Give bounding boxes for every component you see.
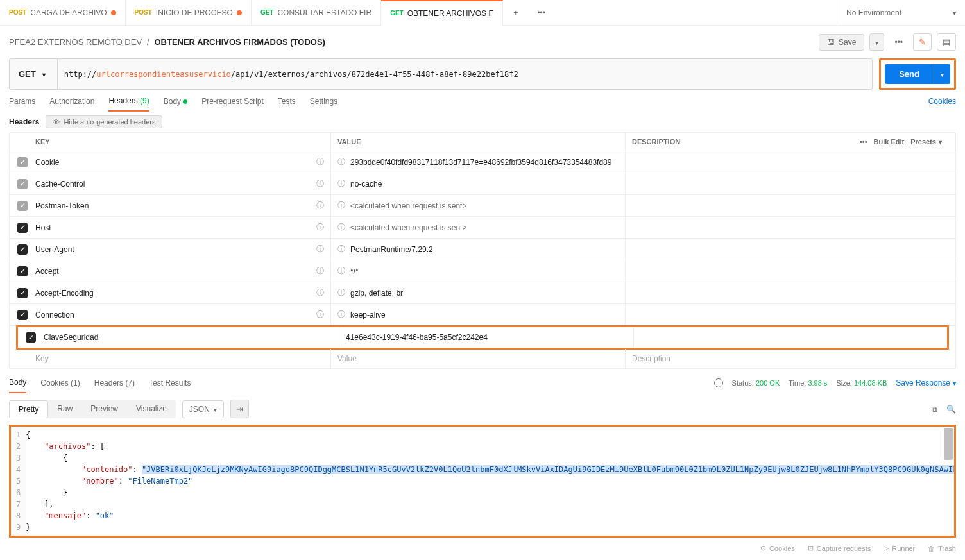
header-key-input[interactable]: Connectionⓘ: [35, 304, 330, 325]
footer-capture[interactable]: ⊡Capture requests: [808, 544, 871, 552]
header-desc-input[interactable]: [626, 201, 955, 211]
bulk-edit-link[interactable]: Bulk Edit: [874, 138, 905, 146]
header-value-input[interactable]: ⓘ<calculated when request is sent>: [330, 195, 626, 216]
view-preview[interactable]: Preview: [81, 400, 127, 418]
header-key-input[interactable]: Postman-Tokenⓘ: [35, 195, 330, 216]
header-key-input[interactable]: Hostⓘ: [35, 217, 330, 238]
info-icon[interactable]: ⓘ: [337, 200, 345, 211]
header-value-input[interactable]: ⓘgzip, deflate, br: [330, 282, 626, 303]
hide-autogen-button[interactable]: 👁 Hide auto-generated headers: [46, 115, 162, 128]
subtab-prerequest[interactable]: Pre-request Script: [201, 97, 264, 111]
url-input[interactable]: http://urlcorrespondienteasuservicio/api…: [58, 59, 872, 89]
format-select[interactable]: JSON: [182, 400, 224, 418]
view-visualize[interactable]: Visualize: [127, 400, 176, 418]
subtab-authorization[interactable]: Authorization: [49, 97, 94, 111]
edit-icon-button[interactable]: ✎: [913, 33, 932, 51]
info-icon[interactable]: ⓘ: [316, 178, 324, 189]
more-actions-button[interactable]: •••: [889, 35, 908, 50]
scrollbar[interactable]: [944, 428, 953, 460]
save-response-link[interactable]: Save Response: [896, 378, 956, 387]
info-icon[interactable]: ⓘ: [337, 309, 345, 320]
footer-runner[interactable]: ▷Runner: [884, 544, 915, 552]
tab-consultar[interactable]: GET CONSULTAR ESTADO FIR: [252, 0, 381, 26]
info-icon[interactable]: ⓘ: [337, 244, 345, 255]
resp-tab-cookies[interactable]: Cookies (1): [40, 378, 80, 393]
header-value-input[interactable]: ⓘkeep-alive: [330, 304, 626, 325]
info-icon[interactable]: ⓘ: [337, 178, 345, 189]
save-dropdown-button[interactable]: [869, 33, 884, 51]
row-checkbox[interactable]: [17, 244, 28, 255]
header-key-input[interactable]: ClaveSeguridad: [44, 328, 339, 347]
send-dropdown-button[interactable]: [934, 64, 950, 84]
row-checkbox[interactable]: [17, 157, 28, 167]
environment-select[interactable]: No Environment: [837, 0, 965, 26]
header-value-input[interactable]: ⓘPostmanRuntime/7.29.2: [330, 239, 626, 260]
cookies-link[interactable]: Cookies: [928, 97, 956, 111]
row-checkbox[interactable]: [17, 201, 28, 211]
tab-obtener[interactable]: GET OBTENER ARCHIVOS F: [381, 0, 503, 26]
row-checkbox[interactable]: [17, 223, 28, 233]
header-desc-input[interactable]: [626, 223, 955, 233]
header-key-input[interactable]: Cache-Controlⓘ: [35, 173, 330, 194]
header-value-input[interactable]: ⓘ<calculated when request is sent>: [330, 217, 626, 238]
resp-tab-body[interactable]: Body: [9, 378, 26, 393]
row-checkbox[interactable]: [17, 310, 28, 320]
resp-tab-tests[interactable]: Test Results: [149, 378, 191, 393]
info-icon[interactable]: ⓘ: [337, 157, 345, 167]
more-columns-button[interactable]: •••: [860, 138, 867, 146]
search-icon[interactable]: 🔍: [946, 405, 956, 414]
new-desc-input[interactable]: Description: [626, 349, 955, 368]
info-icon[interactable]: ⓘ: [337, 222, 345, 233]
new-tab-button[interactable]: +: [503, 8, 529, 17]
header-desc-input[interactable]: [626, 179, 955, 189]
header-key-input[interactable]: Acceptⓘ: [35, 260, 330, 282]
network-icon[interactable]: [714, 378, 723, 387]
more-tabs-button[interactable]: •••: [529, 8, 554, 17]
subtab-headers[interactable]: Headers (9): [108, 96, 149, 112]
info-icon[interactable]: ⓘ: [316, 157, 324, 167]
row-checkbox[interactable]: [17, 266, 28, 276]
wrap-lines-button[interactable]: ⇥: [230, 400, 249, 418]
row-checkbox[interactable]: [26, 332, 36, 343]
footer-cookies[interactable]: ⊙Cookies: [760, 544, 795, 552]
info-icon[interactable]: ⓘ: [337, 266, 345, 276]
comment-icon-button[interactable]: ▤: [937, 33, 956, 51]
info-icon[interactable]: ⓘ: [316, 244, 324, 255]
subtab-settings[interactable]: Settings: [310, 97, 337, 111]
header-key-input[interactable]: Accept-Encodingⓘ: [35, 282, 330, 303]
header-desc-input[interactable]: [626, 310, 955, 320]
copy-icon[interactable]: ⧉: [932, 405, 937, 414]
row-checkbox[interactable]: [17, 179, 28, 189]
header-desc-input[interactable]: [626, 266, 955, 276]
breadcrumb-request-name[interactable]: OBTENER ARCHIVOS FIRMADOS (TODOS): [154, 37, 325, 47]
info-icon[interactable]: ⓘ: [316, 266, 324, 276]
presets-link[interactable]: Presets: [910, 138, 942, 146]
header-key-input[interactable]: Cookieⓘ: [35, 151, 330, 173]
new-key-input[interactable]: Key: [35, 349, 330, 368]
subtab-body[interactable]: Body: [164, 97, 187, 111]
resp-tab-headers[interactable]: Headers (7): [94, 378, 135, 393]
info-icon[interactable]: ⓘ: [316, 287, 324, 298]
view-raw[interactable]: Raw: [48, 400, 81, 418]
header-key-input[interactable]: User-Agentⓘ: [35, 239, 330, 260]
row-checkbox[interactable]: [17, 288, 28, 298]
tab-inicio[interactable]: POST INICIO DE PROCESO: [126, 0, 252, 26]
save-button[interactable]: 🖫 Save: [819, 34, 864, 51]
response-body[interactable]: 123456789 { "archivos": [ { "contenido":…: [11, 427, 954, 536]
header-desc-input[interactable]: [626, 157, 955, 167]
header-desc-input[interactable]: [634, 332, 947, 343]
breadcrumb-collection[interactable]: PFEA2 EXTERNOS REMOTO DEV: [9, 37, 142, 47]
header-value-input[interactable]: 41e6e43c-1919-4f46-ba95-5a5cf2c242e4: [339, 328, 634, 347]
info-icon[interactable]: ⓘ: [316, 222, 324, 233]
info-icon[interactable]: ⓘ: [316, 200, 324, 211]
header-value-input[interactable]: ⓘno-cache: [330, 173, 626, 194]
tab-carga[interactable]: POST CARGA DE ARCHIVO: [0, 0, 126, 26]
subtab-tests[interactable]: Tests: [278, 97, 296, 111]
header-value-input[interactable]: ⓘ*/*: [330, 260, 626, 282]
send-button[interactable]: Send: [885, 64, 934, 84]
footer-trash[interactable]: 🗑Trash: [928, 544, 956, 552]
method-select[interactable]: GET: [10, 59, 58, 89]
info-icon[interactable]: ⓘ: [316, 309, 324, 320]
subtab-params[interactable]: Params: [9, 97, 35, 111]
new-value-input[interactable]: Value: [330, 349, 626, 368]
